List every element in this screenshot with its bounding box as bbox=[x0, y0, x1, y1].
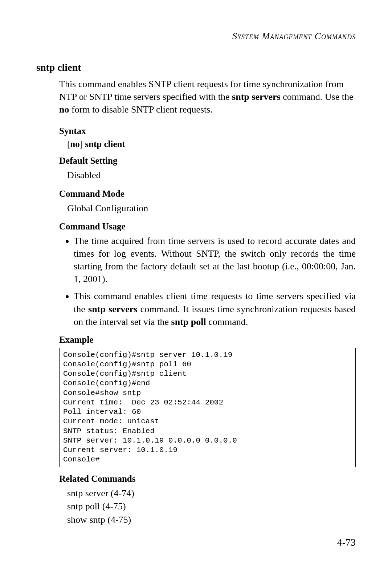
command-description: This command enables SNTP client request… bbox=[59, 78, 356, 116]
usage-list: The time acquired from time servers is u… bbox=[59, 235, 356, 328]
content-body: This command enables SNTP client request… bbox=[59, 78, 356, 526]
related-commands-list: sntp server (4-74) sntp poll (4-75) show… bbox=[67, 487, 356, 526]
example-code-block: Console(config)#sntp server 10.1.0.19 Co… bbox=[59, 348, 356, 467]
desc-text-3: form to disable SNTP client requests. bbox=[69, 104, 212, 115]
command-mode-label: Command Mode bbox=[59, 189, 356, 199]
syntax-close-bracket: ] bbox=[80, 139, 83, 149]
desc-text-2: command. Use the bbox=[281, 91, 354, 102]
syntax-rest: sntp client bbox=[83, 139, 125, 149]
syntax-label: Syntax bbox=[59, 126, 356, 136]
related-item-1: sntp server (4-74) bbox=[67, 487, 356, 500]
command-mode-value: Global Configuration bbox=[67, 202, 356, 215]
desc-bold-2: no bbox=[59, 104, 69, 115]
usage2-text-3: command. bbox=[206, 317, 248, 327]
command-title: sntp client bbox=[36, 62, 356, 73]
usage2-bold-1: sntp servers bbox=[88, 304, 137, 314]
related-commands-label: Related Commands bbox=[59, 474, 356, 484]
example-label: Example bbox=[59, 335, 356, 345]
default-setting-value: Disabled bbox=[67, 169, 356, 182]
related-item-3: show sntp (4-75) bbox=[67, 513, 356, 526]
default-setting-label: Default Setting bbox=[59, 156, 356, 166]
usage-item-2: This command enables client time request… bbox=[74, 290, 356, 328]
syntax-line: [no] sntp client bbox=[67, 139, 356, 149]
desc-bold-1: sntp servers bbox=[232, 91, 281, 102]
related-item-2: sntp poll (4-75) bbox=[67, 500, 356, 513]
usage-item-1: The time acquired from time servers is u… bbox=[74, 235, 356, 285]
command-usage-label: Command Usage bbox=[59, 221, 356, 232]
page-number: 4-73 bbox=[337, 537, 356, 548]
usage2-bold-2: sntp poll bbox=[171, 317, 206, 327]
page: System Management Commands sntp client T… bbox=[0, 0, 392, 570]
syntax-no: no bbox=[70, 139, 79, 149]
page-header: System Management Commands bbox=[36, 31, 356, 42]
